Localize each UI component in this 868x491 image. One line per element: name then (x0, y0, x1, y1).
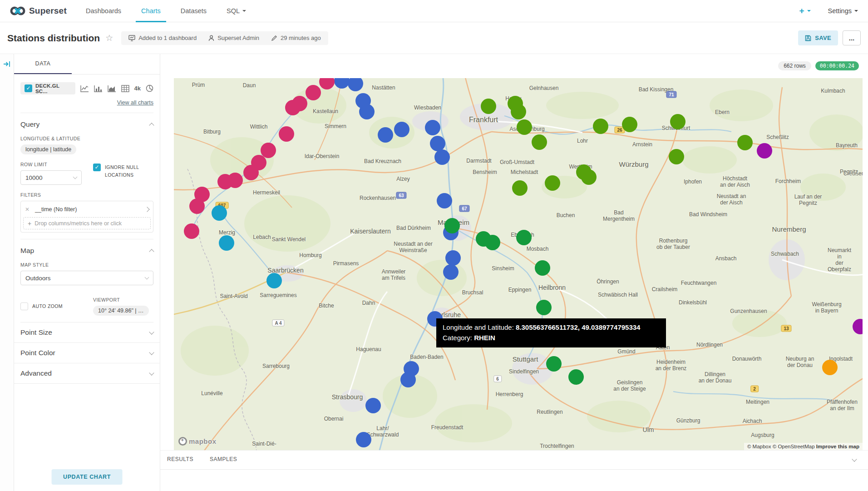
expand-results-button[interactable] (853, 456, 856, 464)
map-point-yellow-green-category[interactable] (481, 99, 496, 114)
map-point-rhein[interactable] (400, 372, 416, 387)
map-point-yellow-green-category[interactable] (545, 175, 560, 191)
query-timer-badge: 00:00:00.24 (815, 61, 859, 70)
new-item-button[interactable]: + (799, 6, 810, 16)
map-point-yellow-green-category[interactable] (593, 119, 608, 134)
auto-zoom-checkbox[interactable] (20, 303, 28, 310)
nav-item-charts[interactable]: Charts (141, 0, 161, 22)
viz-type-selected[interactable]: ✓ DECK.GL SC... (20, 82, 75, 94)
map-point-green-category[interactable] (444, 218, 460, 233)
map-point-purple-category[interactable] (757, 143, 772, 159)
update-chart-button[interactable]: UPDATE CHART (51, 469, 123, 485)
results-tab-samples[interactable]: SAMPLES (210, 456, 237, 469)
map-point-pink-category[interactable] (285, 100, 301, 115)
auto-zoom-label: AUTO ZOOM (32, 303, 63, 310)
map-point-cyan-category[interactable] (212, 205, 227, 221)
nav-item-dashboards[interactable]: Dashboards (86, 0, 121, 22)
map-point-cyan-category[interactable] (266, 273, 282, 288)
settings-menu[interactable]: Settings (828, 7, 858, 15)
map-point-green-category[interactable] (546, 356, 562, 372)
map-point-rhein[interactable] (430, 136, 445, 151)
map-point-rhein[interactable] (365, 398, 381, 413)
map-point-pink-category[interactable] (217, 174, 233, 189)
map-point-yellow-green-category[interactable] (581, 169, 597, 185)
map-point-yellow-green-category[interactable] (512, 180, 528, 196)
map-point-rhein[interactable] (378, 127, 393, 143)
map-point-yellow-green-category[interactable] (532, 134, 547, 150)
map-point-yellow-green-category[interactable] (622, 117, 637, 132)
nav-menu: DashboardsChartsDatasetsSQL (86, 0, 246, 22)
map-point-rhein[interactable] (443, 264, 459, 280)
pie-chart-icon[interactable] (146, 84, 153, 92)
last-modified-badge[interactable]: 29 minutes ago (271, 35, 321, 41)
dashboard-count-badge[interactable]: Added to 1 dashboard (128, 35, 197, 41)
map-point-cyan-category[interactable] (219, 235, 234, 251)
map-point-green-category[interactable] (485, 235, 500, 250)
map-point-rhein[interactable] (394, 122, 409, 137)
section-advanced[interactable]: Advanced (14, 363, 160, 384)
remove-filter-icon[interactable]: ✕ (25, 206, 35, 213)
results-tab-results[interactable]: RESULTS (167, 456, 193, 469)
map-point-green-category[interactable] (535, 260, 550, 276)
map-point-yellow-green-category[interactable] (669, 149, 684, 164)
map-point-rhein[interactable] (356, 432, 371, 447)
map-point-rhein[interactable] (437, 193, 452, 208)
more-options-button[interactable]: ... (843, 30, 861, 45)
expand-panel-icon[interactable] (3, 60, 11, 68)
ignore-null-checkbox[interactable]: ✓ (93, 164, 101, 171)
map-point-green-category[interactable] (516, 230, 532, 245)
map-point-pink-category[interactable] (243, 165, 259, 180)
viewport-chip[interactable]: 10° 24' 49.86" | … (93, 306, 149, 316)
map-point-pink-category[interactable] (184, 223, 199, 239)
map-point-pink-category[interactable] (279, 126, 294, 142)
section-point-color[interactable]: Point Color (14, 343, 160, 363)
map-tooltip: Longitude and Latitude: 8.30556376651173… (436, 318, 666, 347)
map-point-rhein[interactable] (445, 250, 461, 266)
section-query[interactable]: Query (20, 120, 153, 129)
favorite-star-icon[interactable]: ☆ (105, 33, 113, 43)
nav-right: + Settings (799, 6, 858, 16)
save-button[interactable]: SAVE (798, 30, 838, 45)
chevron-right-icon (144, 207, 149, 212)
map-point-rhein[interactable] (434, 149, 450, 165)
more-viz-count[interactable]: 4k (134, 85, 141, 92)
map-point-pink-category[interactable] (306, 85, 321, 100)
area-chart-icon[interactable] (108, 85, 116, 92)
section-point-size[interactable]: Point Size (14, 322, 160, 343)
owner-badge[interactable]: Superset Admin (208, 35, 259, 41)
map-point-green-category[interactable] (568, 369, 584, 385)
section-map[interactable]: Map (20, 247, 153, 255)
deckgl-map[interactable]: PrümDaunNastättenGelnhausenBad Kissingen… (174, 78, 863, 450)
row-limit-label: ROW LIMIT (20, 162, 93, 167)
header-actions: SAVE ... (798, 30, 861, 45)
filters-box: ✕ __time (No filter) + Drop columns/metr… (20, 201, 153, 233)
row-limit-select[interactable]: 10000 (20, 170, 82, 185)
map-point-pink-category[interactable] (189, 198, 205, 214)
map-point-yellow-green-category[interactable] (517, 119, 532, 135)
brand[interactable]: Superset (10, 6, 67, 16)
filter-drop-zone[interactable]: + Drop columns/metrics here or click (23, 217, 151, 229)
improve-map-link[interactable]: Improve this map (816, 444, 859, 449)
map-point-rhein[interactable] (425, 120, 440, 135)
map-point-yellow-green-category[interactable] (737, 135, 753, 150)
map-point-green-category[interactable] (536, 300, 552, 315)
filter-item[interactable]: ✕ __time (No filter) (23, 203, 151, 215)
bar-chart-icon[interactable] (94, 85, 103, 92)
superset-logo-icon (10, 6, 25, 16)
map-point-orange-category[interactable] (822, 360, 838, 375)
mapbox-logo[interactable]: mapbox (178, 437, 217, 446)
map-point-rhein[interactable] (359, 104, 375, 119)
tab-data[interactable]: DATA (14, 54, 72, 74)
nav-item-datasets[interactable]: Datasets (181, 0, 207, 22)
map-style-select[interactable]: Outdoors (20, 271, 153, 285)
map-point-yellow-green-category[interactable] (670, 114, 686, 129)
line-chart-icon[interactable] (80, 85, 89, 92)
osm-attribution[interactable]: © OpenStreetMap (773, 444, 815, 449)
view-all-charts-link[interactable]: View all charts (117, 99, 153, 106)
nav-item-sql[interactable]: SQL (227, 0, 246, 22)
table-icon[interactable] (121, 85, 129, 92)
panel-collapsed-sections: Point SizePoint ColorAdvanced (14, 322, 160, 384)
map-point-yellow-green-category[interactable] (511, 104, 526, 119)
lonlat-chip[interactable]: longitude | latitude (20, 144, 76, 154)
mapbox-attribution[interactable]: © Mapbox (747, 444, 771, 449)
